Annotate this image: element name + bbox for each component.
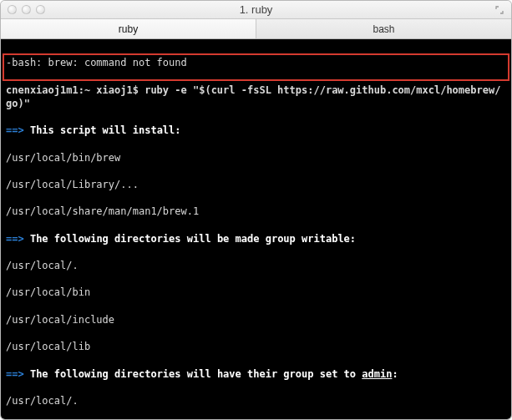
close-button[interactable] [8,5,17,14]
output-line: /usr/local/include [6,313,506,326]
zoom-button[interactable] [36,5,45,14]
output-line: /usr/local/. [6,259,506,272]
tab-bar: ruby bash [1,19,511,39]
output-line: /usr/local/bin/brew [6,151,506,164]
tab-ruby[interactable]: ruby [1,19,256,38]
arrow-icon: ==> [6,124,24,136]
section-header: This script will install: [30,124,181,136]
arrow-icon: ==> [6,233,24,245]
shell-prompt: cnenxiaoj1m1:~ xiaoj1$ ruby -e "$(curl -… [6,84,500,109]
section-header: The following directories will be made g… [30,233,356,245]
output-line: /usr/local/Library/... [6,178,506,191]
tab-bash[interactable]: bash [256,19,511,38]
output-line: /usr/local/share/man/man1/brew.1 [6,205,506,218]
prompt-line: cnenxiaoj1m1:~ xiaoj1$ ruby -e "$(curl -… [6,83,506,110]
output-line: /usr/local/lib [6,340,506,353]
titlebar: 1. ruby [1,1,511,19]
traffic-lights [8,5,45,14]
expand-icon[interactable] [494,5,504,15]
output-line: /usr/local/bin [6,286,506,299]
output-line: /usr/local/. [6,394,506,407]
output-line: -bash: brew: command not found [6,56,506,69]
tab-label: bash [373,23,394,35]
output-line: ==> The following directories will have … [6,367,506,381]
window-title: 1. ruby [1,3,511,16]
terminal-window: 1. ruby ruby bash -bash: brew: command n… [0,0,512,420]
output-line: ==> This script will install: [6,124,506,137]
section-header: The following directories will have thei… [30,368,398,380]
minimize-button[interactable] [22,5,31,14]
tab-label: ruby [119,23,138,35]
group-name: admin [362,368,392,380]
arrow-icon: ==> [6,368,24,380]
terminal-output[interactable]: -bash: brew: command not found cnenxiaoj… [1,39,511,419]
output-line: ==> The following directories will be ma… [6,232,506,245]
